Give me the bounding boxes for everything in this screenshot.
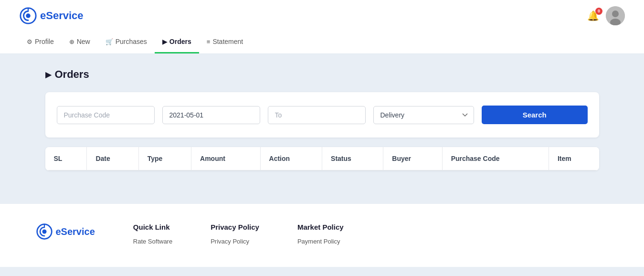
footer-market: Market Policy Payment Policy (297, 223, 344, 248)
footer-quick-links: Quick Link Rate Software (133, 223, 172, 248)
page-title-arrow: ▶ (45, 70, 51, 79)
date-from-input[interactable] (162, 106, 260, 124)
search-button[interactable]: Search (482, 106, 588, 124)
col-buyer: Buyer (383, 147, 442, 170)
col-amount: Amount (191, 147, 261, 170)
col-date: Date (87, 147, 138, 170)
profile-icon: ⚙ (27, 38, 32, 45)
nav-item-purchases[interactable]: 🛒 Purchases (98, 31, 155, 53)
delivery-select[interactable]: Delivery Pickup All (373, 106, 474, 124)
header: eService 🔔 0 (0, 0, 644, 31)
statement-icon: ≡ (207, 38, 211, 45)
col-sl: SL (45, 147, 87, 170)
footer-link-payment[interactable]: Payment Policy (297, 238, 344, 245)
page-title: ▶ Orders (45, 68, 599, 81)
col-item: Item (549, 147, 599, 170)
footer-logo[interactable]: eService (36, 223, 95, 240)
new-icon: ⊕ (69, 38, 74, 45)
footer-privacy: Privacy Policy Privacy Policy (211, 223, 259, 248)
footer-market-title: Market Policy (297, 223, 344, 231)
header-right: 🔔 0 (587, 6, 625, 25)
filter-row: Delivery Pickup All Search (57, 106, 588, 124)
filter-card: Delivery Pickup All Search (45, 92, 599, 138)
footer-link-privacy[interactable]: Privacy Policy (211, 238, 259, 245)
notification-bell[interactable]: 🔔 0 (587, 10, 599, 21)
nav-item-orders-label: Orders (169, 38, 191, 45)
date-to-input[interactable] (268, 106, 366, 124)
svg-point-4 (612, 11, 619, 17)
svg-point-7 (42, 230, 46, 234)
notification-badge: 0 (595, 8, 602, 15)
col-purchase-code: Purchase Code (442, 147, 549, 170)
footer: eService Quick Link Rate Software Privac… (0, 204, 644, 267)
footer-logo-icon (36, 223, 53, 240)
page-content: ▶ Orders Delivery Pickup All Search SL D… (36, 54, 609, 185)
table-header-row: SL Date Type Amount Action Status Buyer … (45, 147, 599, 170)
page-title-text: Orders (55, 68, 89, 81)
footer-link-rate[interactable]: Rate Software (133, 238, 172, 245)
logo[interactable]: eService (19, 7, 84, 25)
nav-item-profile-label: Profile (35, 38, 54, 45)
svg-point-1 (26, 13, 31, 18)
nav-item-statement-label: Statement (212, 38, 243, 45)
footer-privacy-title: Privacy Policy (211, 223, 259, 231)
nav-item-orders[interactable]: ▶ Orders (155, 31, 199, 53)
logo-icon (19, 7, 37, 25)
orders-icon: ▶ (162, 38, 167, 45)
avatar-icon (606, 6, 625, 25)
nav-item-new[interactable]: ⊕ New (62, 31, 98, 53)
footer-quick-links-title: Quick Link (133, 223, 172, 231)
footer-logo-text: eService (56, 226, 95, 237)
table-card: SL Date Type Amount Action Status Buyer … (45, 147, 599, 170)
footer-content: eService Quick Link Rate Software Privac… (36, 223, 609, 248)
nav-item-new-label: New (77, 38, 90, 45)
orders-table: SL Date Type Amount Action Status Buyer … (45, 147, 599, 170)
logo-text: eService (40, 10, 84, 22)
col-type: Type (138, 147, 191, 170)
purchases-icon: 🛒 (106, 38, 113, 45)
avatar[interactable] (606, 6, 625, 25)
nav-item-purchases-label: Purchases (116, 38, 147, 45)
col-action: Action (260, 147, 322, 170)
purchase-code-input[interactable] (57, 106, 155, 124)
col-status: Status (322, 147, 383, 170)
nav-item-profile[interactable]: ⚙ Profile (19, 31, 62, 53)
nav-item-statement[interactable]: ≡ Statement (199, 31, 251, 53)
main-nav: ⚙ Profile ⊕ New 🛒 Purchases ▶ Orders ≡ S… (0, 31, 644, 54)
table-header: SL Date Type Amount Action Status Buyer … (45, 147, 599, 170)
